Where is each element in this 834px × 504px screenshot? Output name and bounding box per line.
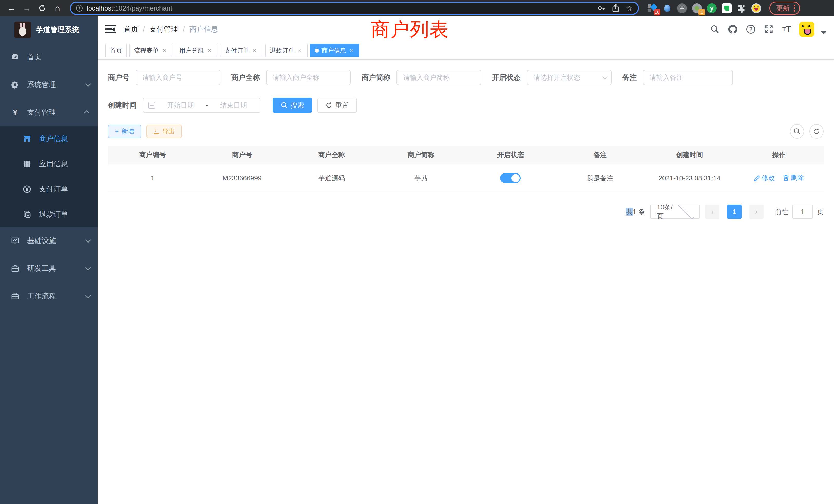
start-date-placeholder[interactable]: 开始日期 [159,101,202,110]
sidebar-item-label: 研发工具 [27,264,85,273]
browser-profile-avatar[interactable] [751,3,761,13]
sidebar-fold-icon[interactable] [105,25,115,33]
refresh-icon [813,128,820,135]
pencil-icon [754,175,760,181]
github-icon[interactable] [727,24,739,35]
sidebar-item-payment[interactable]: ¥ 支付管理 [0,98,97,126]
trash-icon [783,175,789,181]
sidebar-item-merchant-info[interactable]: 商户信息 [0,126,97,152]
help-icon[interactable]: ? [745,24,756,35]
col-create-time: 创建时间 [645,146,734,164]
tab-refund-order[interactable]: 退款订单× [265,44,308,57]
sidebar-item-refund-order[interactable]: 退款订单 [0,202,97,227]
tab-home[interactable]: 首页 [105,44,127,57]
top-navbar: 首页 / 支付管理 / 商户信息 ? [97,17,834,42]
page-number-1[interactable]: 1 [727,205,742,219]
close-icon[interactable]: × [251,47,258,54]
browser-forward-button[interactable]: → [21,2,33,14]
sidebar-item-pay-order[interactable]: 支付订单 [0,177,97,202]
screen: ← → ⌂ i localhost:1024/pay/merchant ☆ 10… [0,0,834,504]
breadcrumb-separator: / [183,25,185,33]
reset-button[interactable]: 重置 [317,97,357,113]
chevron-down-icon [602,74,608,79]
fullscreen-icon[interactable] [763,24,774,35]
goto-page-input[interactable] [792,205,813,219]
delete-label: 删除 [791,173,804,182]
extensions-puzzle-icon[interactable] [737,3,747,13]
tab-user-group[interactable]: 用户分组× [175,44,217,57]
extension-command-icon[interactable]: ⌘ [677,3,687,13]
export-button[interactable]: 导出 [146,125,182,138]
edit-link[interactable]: 修改 [754,174,775,182]
sidebar-item-system[interactable]: 系统管理 [0,71,97,98]
browser-reload-button[interactable] [36,2,48,14]
remark-input[interactable] [643,70,733,85]
create-time-range-picker[interactable]: 开始日期 - 结束日期 [143,97,260,113]
add-button[interactable]: + 新增 [108,125,141,138]
user-avatar[interactable] [799,22,814,37]
status-toggle-on[interactable] [500,173,521,183]
status-select[interactable]: 请选择开启状态 [527,70,612,85]
tab-merchant-info[interactable]: 商户信息× [310,44,359,57]
document-copy-icon [23,210,31,219]
extension-axure-icon[interactable]: 10 [647,3,657,13]
breadcrumb: 首页 / 支付管理 / 商户信息 [124,24,218,34]
full-name-input[interactable] [266,70,351,85]
sidebar-item-home[interactable]: 首页 [0,43,97,71]
refresh-table-button[interactable] [809,124,824,139]
next-page-button[interactable]: › [749,205,764,219]
avatar-dropdown-caret[interactable] [821,31,826,35]
short-name-input[interactable] [396,70,481,85]
sidebar-item-infra[interactable]: 基础设施 [0,227,97,255]
browser-update-button[interactable]: 更新 [769,2,800,15]
merchant-no-input[interactable] [136,70,220,85]
browser-toolbar: ← → ⌂ i localhost:1024/pay/merchant ☆ 10… [0,0,834,17]
extension-proxy-icon[interactable]: 1 [692,3,702,13]
tab-process-form[interactable]: 流程表单× [129,44,172,57]
monitor-chart-icon [11,236,20,245]
url-host: localhost [87,4,113,12]
col-status: 开启状态 [466,146,555,164]
close-icon[interactable]: × [297,47,303,54]
goto-suffix: 页 [817,207,824,216]
toolbox-icon [11,264,20,273]
sidebar-logo[interactable]: 芋道管理系统 [0,17,97,43]
site-info-icon[interactable]: i [76,5,83,12]
sidebar-item-app-info[interactable]: 应用信息 [0,152,97,177]
sidebar-item-devtools[interactable]: 研发工具 [0,255,97,282]
chevron-down-icon [678,203,695,219]
browser-home-button[interactable]: ⌂ [51,2,64,14]
end-date-placeholder[interactable]: 结束日期 [212,101,255,110]
chevron-down-icon [85,81,91,87]
header-search-icon[interactable] [709,24,721,35]
sidebar-item-workflow[interactable]: 工作流程 [0,282,97,310]
font-size-icon[interactable]: TT [781,24,792,35]
page-size-select[interactable]: 10条/页 [650,205,700,219]
sidebar-item-label: 支付管理 [27,108,85,117]
bookmark-star-icon[interactable]: ☆ [626,4,633,13]
close-icon[interactable]: × [349,47,355,54]
browser-back-button[interactable]: ← [5,2,18,14]
extension-y-icon[interactable]: y [707,3,717,13]
close-icon[interactable]: × [206,47,213,54]
col-merchant-id: 商户编号 [108,146,197,164]
extension-notes-icon[interactable] [722,3,732,13]
prev-page-button[interactable]: ‹ [705,205,720,219]
breadcrumb-home[interactable]: 首页 [124,24,138,34]
browser-menu-icon[interactable] [794,5,795,12]
toggle-search-button[interactable] [790,124,804,139]
search-button[interactable]: 搜索 [273,97,312,113]
tab-pay-order[interactable]: 支付订单× [220,44,262,57]
payment-submenu: 商户信息 应用信息 支付订单 [0,126,97,227]
address-bar[interactable]: i localhost:1024/pay/merchant ☆ [70,2,639,15]
password-key-icon[interactable] [597,4,606,13]
breadcrumb-payment[interactable]: 支付管理 [150,24,178,34]
delete-link[interactable]: 删除 [783,173,804,182]
pagination: 共1 条 10条/页 ‹ 1 › 前往 页 [108,205,824,219]
extension-balloon-icon[interactable] [662,3,672,13]
close-icon[interactable]: × [161,47,168,54]
breadcrumb-current: 商户信息 [190,24,218,34]
col-short-name: 商户简称 [376,146,466,164]
share-icon[interactable] [612,4,620,13]
chevron-down-icon [85,265,91,271]
